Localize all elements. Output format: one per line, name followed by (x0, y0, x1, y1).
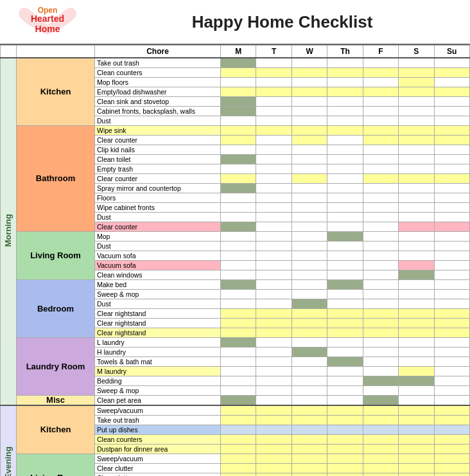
day-cell (292, 126, 327, 136)
day-header-t: T (256, 46, 292, 58)
day-cell (256, 425, 292, 435)
day-cell (256, 454, 292, 464)
chore-name: Dustpan for dinner area (95, 445, 221, 454)
day-header-s: S (399, 46, 434, 58)
table-row: Living RoomSweep/vacuum (1, 454, 470, 464)
day-cell (363, 454, 398, 464)
day-cell (292, 425, 327, 435)
day-cell (363, 68, 398, 78)
chore-name: Sweep/vacuum (95, 405, 221, 416)
day-cell (292, 116, 327, 126)
day-cell (399, 328, 434, 338)
day-cell (256, 164, 292, 174)
day-cell (221, 464, 256, 473)
day-cell (434, 213, 469, 222)
day-cell (399, 309, 434, 319)
day-cell (399, 232, 434, 242)
day-cell (292, 357, 327, 367)
day-cell (221, 367, 256, 376)
day-cell (399, 107, 434, 116)
section-label: Bathroom (17, 126, 95, 232)
table-row: MiscClean pet area (1, 396, 470, 406)
day-cell (256, 78, 292, 87)
day-cell (327, 145, 363, 155)
day-cell (292, 435, 327, 445)
day-cell (399, 290, 434, 299)
chore-name: Clear nightstand (95, 319, 221, 328)
day-cell (256, 58, 292, 68)
day-cell (434, 299, 469, 309)
chore-name: Clean sink and stovetop (95, 97, 221, 107)
day-cell (363, 425, 398, 435)
day-cell (292, 164, 327, 174)
day-cell (434, 309, 469, 319)
day-cell (292, 145, 327, 155)
day-cell (221, 68, 256, 78)
day-cell (292, 193, 327, 203)
day-cell (363, 136, 398, 145)
day-cell (399, 193, 434, 203)
table-row: Living RoomMop (1, 232, 470, 242)
day-cell (363, 299, 398, 309)
chore-name: Clean counters (95, 435, 221, 445)
day-cell (327, 319, 363, 328)
day-cell (399, 261, 434, 270)
day-cell (256, 232, 292, 242)
day-cell (399, 348, 434, 357)
day-cell (327, 270, 363, 280)
day-cell (363, 396, 398, 406)
day-cell (363, 116, 398, 126)
main-title: Happy Home Checklist (192, 12, 373, 31)
day-cell (256, 116, 292, 126)
day-cell (292, 309, 327, 319)
day-cell (327, 78, 363, 87)
section-label: Misc (17, 396, 95, 406)
chore-name: Vacuum sofa (95, 251, 221, 261)
day-cell (221, 396, 256, 406)
day-cell (399, 116, 434, 126)
day-cell (327, 464, 363, 473)
day-cell (399, 87, 434, 97)
day-cell (256, 338, 292, 348)
day-cell (399, 58, 434, 68)
day-cell (256, 309, 292, 319)
day-cell (434, 376, 469, 386)
day-header-m: M (221, 46, 256, 58)
day-header-f: F (363, 46, 398, 58)
section-label: Living Room (17, 454, 95, 477)
day-cell (256, 280, 292, 290)
day-cell (363, 203, 398, 213)
day-cell (434, 386, 469, 396)
day-cell (363, 309, 398, 319)
day-cell (221, 386, 256, 396)
day-cell (327, 184, 363, 193)
day-cell (327, 174, 363, 184)
chore-name: Clean pet area (95, 396, 221, 406)
day-cell (399, 338, 434, 348)
day-cell (399, 464, 434, 473)
day-cell (256, 473, 292, 477)
time-header (1, 46, 17, 58)
day-cell (434, 261, 469, 270)
day-cell (256, 464, 292, 473)
chore-name: Clear clutter (95, 473, 221, 477)
day-cell (399, 357, 434, 367)
day-cell (292, 290, 327, 299)
day-cell (221, 261, 256, 270)
day-cell (221, 222, 256, 232)
day-cell (221, 78, 256, 87)
day-cell (434, 193, 469, 203)
day-cell (327, 376, 363, 386)
day-cell (363, 280, 398, 290)
day-cell (256, 68, 292, 78)
day-cell (256, 213, 292, 222)
day-cell (327, 357, 363, 367)
day-cell (363, 348, 398, 357)
day-cell (434, 338, 469, 348)
day-cell (256, 319, 292, 328)
chore-name: Cabinet fronts, backsplash, walls (95, 107, 221, 116)
day-cell (292, 107, 327, 116)
day-cell (434, 328, 469, 338)
day-cell (363, 155, 398, 164)
day-cell (327, 107, 363, 116)
